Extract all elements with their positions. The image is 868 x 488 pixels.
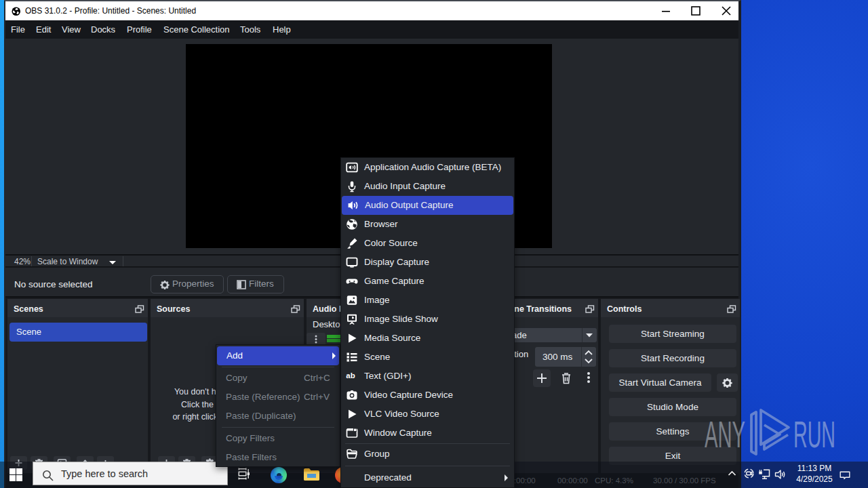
svg-text:RUN: RUN bbox=[793, 413, 835, 455]
svg-text:ab: ab bbox=[346, 371, 355, 379]
svg-text:ANY: ANY bbox=[705, 413, 745, 455]
